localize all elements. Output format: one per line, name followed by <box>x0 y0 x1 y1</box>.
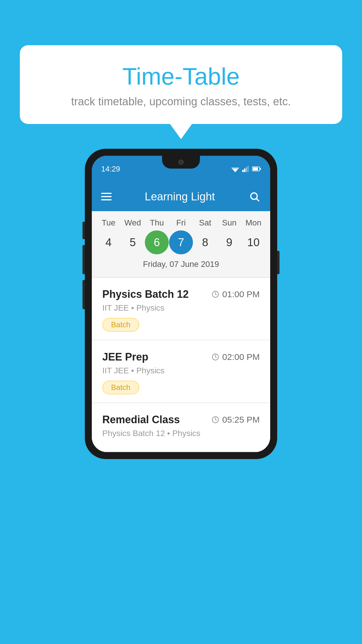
date-display: Friday, 07 June 2019 <box>92 257 270 272</box>
status-time: 14:29 <box>101 164 120 174</box>
class-meta: IIT JEE • Physics <box>102 366 260 375</box>
day-label: Sat <box>193 218 217 228</box>
class-item[interactable]: Remedial Class 05:25 PM Physics Batch 12… <box>92 403 270 452</box>
day-label: Tue <box>96 218 120 228</box>
day-labels: TueWedThuFriSatSunMon <box>92 218 270 228</box>
svg-rect-8 <box>253 167 258 170</box>
speech-bubble: Time-Table track timetable, upcoming cla… <box>20 45 342 124</box>
battery-icon <box>252 166 261 172</box>
class-meta: IIT JEE • Physics <box>102 303 260 313</box>
day-numbers: 45678910 <box>92 230 270 254</box>
batch-badge: Batch <box>102 318 139 332</box>
class-item[interactable]: JEE Prep 02:00 PM IIT JEE • Physics Batc… <box>92 340 270 403</box>
svg-point-9 <box>251 193 257 199</box>
class-name: JEE Prep <box>102 351 148 363</box>
day-label: Mon <box>241 218 265 228</box>
app-title: Learning Light <box>120 190 240 203</box>
day-label: Sun <box>217 218 241 228</box>
wifi-icon <box>231 166 239 172</box>
day-number[interactable]: 7 <box>169 230 193 254</box>
calendar-strip: TueWedThuFriSatSunMon 45678910 Friday, 0… <box>92 211 270 277</box>
speech-bubble-container: Time-Table track timetable, upcoming cla… <box>20 45 342 124</box>
day-number[interactable]: 9 <box>217 230 241 254</box>
search-button[interactable] <box>248 190 261 203</box>
volume-down-button <box>82 280 85 309</box>
day-label: Fri <box>169 218 193 228</box>
class-name: Remedial Class <box>102 414 180 426</box>
day-number[interactable]: 8 <box>193 230 217 254</box>
bubble-title: Time-Table <box>34 63 328 90</box>
volume-up-button <box>82 245 85 274</box>
search-icon <box>249 191 260 202</box>
class-time: 05:25 PM <box>211 415 260 425</box>
clock-icon <box>211 353 219 361</box>
class-time: 02:00 PM <box>211 352 260 362</box>
day-number[interactable]: 4 <box>96 230 120 254</box>
bubble-subtitle: track timetable, upcoming classes, tests… <box>34 95 328 108</box>
status-bar: 14:29 <box>92 156 270 182</box>
batch-badge: Batch <box>102 381 139 394</box>
day-label: Thu <box>145 218 169 228</box>
svg-rect-7 <box>260 168 261 170</box>
class-list: Physics Batch 12 01:00 PM IIT JEE • Phys… <box>92 278 270 452</box>
day-number[interactable]: 10 <box>241 230 265 254</box>
day-number[interactable]: 5 <box>121 230 145 254</box>
svg-rect-3 <box>244 169 245 172</box>
clock-icon <box>211 416 219 424</box>
front-camera <box>178 160 184 165</box>
svg-rect-2 <box>242 170 244 172</box>
class-name: Physics Batch 12 <box>102 288 189 300</box>
app-bar: Learning Light <box>92 182 270 211</box>
phone-container: 14:29 <box>85 149 277 459</box>
day-label: Wed <box>121 218 145 228</box>
class-time: 01:00 PM <box>211 289 260 299</box>
hamburger-menu-button[interactable] <box>101 193 112 200</box>
class-meta: Physics Batch 12 • Physics <box>102 429 260 438</box>
signal-icon <box>242 166 249 172</box>
phone-frame: 14:29 <box>85 149 277 459</box>
volume-silent-button <box>82 222 85 239</box>
svg-line-10 <box>256 199 259 201</box>
status-icons <box>231 166 261 172</box>
svg-marker-0 <box>233 169 238 172</box>
notch <box>162 156 200 169</box>
day-number[interactable]: 6 <box>145 230 169 254</box>
svg-rect-5 <box>247 166 249 172</box>
class-item[interactable]: Physics Batch 12 01:00 PM IIT JEE • Phys… <box>92 278 270 340</box>
power-button <box>277 251 280 274</box>
phone-screen: 14:29 <box>92 156 270 452</box>
svg-rect-4 <box>246 167 247 172</box>
clock-icon <box>211 290 219 298</box>
